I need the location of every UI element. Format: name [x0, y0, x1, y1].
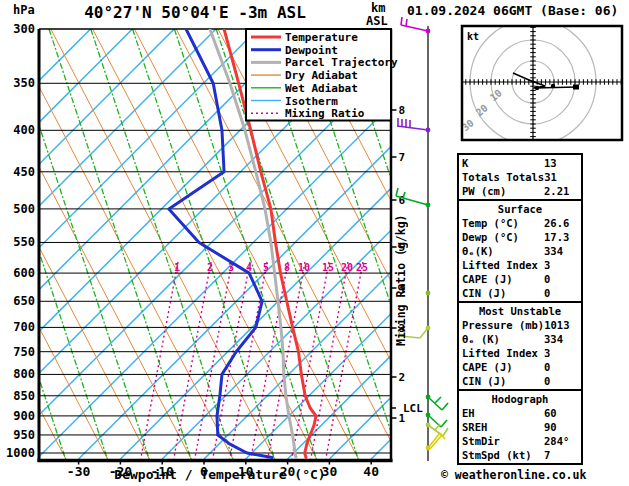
table-row-label: Lifted Index — [462, 346, 544, 360]
hodograph: 102030kt — [460, 19, 622, 145]
legend-label: Temperature — [285, 31, 358, 44]
mixing-ratio-label: 10 — [298, 262, 310, 273]
pressure-tick-label: 300 — [13, 22, 35, 36]
mixing-ratio-label: 2 — [207, 262, 213, 273]
table-row-value: 26.6 — [544, 216, 578, 230]
mixing-ratio-label: 25 — [356, 262, 368, 273]
table-row-label: EH — [462, 406, 544, 420]
table-row: Pressure (mb)1013 — [459, 318, 581, 332]
table-row-label: StmSpd (kt) — [462, 448, 544, 462]
table-row-label: Temp (°C) — [462, 216, 544, 230]
table-row: Totals Totals31 — [459, 170, 581, 184]
hodo-ring-label: 20 — [474, 102, 490, 118]
mixing-ratio-label: 20 — [341, 262, 353, 273]
wet-adiabat-line — [49, 29, 191, 459]
pressure-tick-label: 700 — [13, 320, 35, 334]
dry-adiabat-line — [594, 29, 629, 459]
mixing-ratio-line — [292, 262, 329, 459]
pressure-tick-label: 850 — [13, 389, 35, 403]
hodo-unit-label: kt — [467, 31, 479, 42]
hodo-trace — [513, 73, 577, 88]
indices-box-1: SurfaceTemp (°C)26.6Dewp (°C)17.3θₑ(K)33… — [457, 199, 583, 303]
pressure-tick-label: 400 — [13, 123, 35, 137]
wind-barb-line — [443, 428, 448, 436]
table-row: CIN (J)0 — [459, 286, 581, 300]
table-row-label: CAPE (J) — [462, 360, 544, 374]
copyright-text: © weatheronline.co.uk — [441, 468, 586, 482]
table-row-value: 0 — [544, 272, 578, 286]
pressure-tick-label: 1000 — [6, 446, 35, 460]
indices-box-0: K13Totals Totals31PW (cm)2.21 — [457, 153, 583, 201]
legend-label: Wet Adiabat — [285, 82, 358, 95]
lcl-label: LCL — [403, 402, 423, 415]
table-row: CAPE (J)0 — [459, 272, 581, 286]
wind-barb-line — [435, 424, 440, 430]
mixing-ratio-label: 8 — [284, 262, 290, 273]
table-row-value: 7 — [544, 448, 578, 462]
table-section-header: Surface — [459, 202, 581, 216]
wind-barb-line — [435, 397, 441, 403]
km-tick-label: 7 — [399, 151, 406, 164]
hodo-dot — [551, 84, 555, 88]
indices-tables: K13Totals Totals31PW (cm)2.21SurfaceTemp… — [457, 155, 583, 465]
table-row-label: K — [462, 156, 544, 170]
table-row-value: 3 — [544, 258, 578, 272]
table-row: EH60 — [459, 406, 581, 420]
wind-barb-line — [442, 403, 448, 410]
pressure-tick-label: 900 — [13, 409, 35, 423]
table-row-value: 13 — [544, 156, 578, 170]
table-row: θₑ (K)334 — [459, 332, 581, 346]
hodograph-inner: 102030 — [460, 19, 622, 145]
table-row-value: 0 — [544, 286, 578, 300]
wind-barb-line — [441, 420, 447, 427]
x-axis-label: Dewpoint / Temperature (°C) — [55, 467, 385, 482]
mixing-ratio-label: 1 — [174, 262, 180, 273]
indices-box-2: Most UnstablePressure (mb)1013θₑ (K)334L… — [457, 301, 583, 391]
table-row: StmDir284° — [459, 434, 581, 448]
table-row-value: 31 — [544, 170, 578, 184]
pressure-tick-label: 500 — [13, 202, 35, 216]
wind-barb — [426, 423, 448, 436]
wet-adiabat-line — [91, 29, 233, 459]
table-row-label: Pressure (mb) — [462, 318, 544, 332]
pressure-tick-label: 750 — [13, 345, 35, 359]
table-row-label: CAPE (J) — [462, 272, 544, 286]
pressure-tick-label: 950 — [13, 428, 35, 442]
indices-box-3: HodographEH60SREH90StmDir284°StmSpd (kt)… — [457, 389, 583, 465]
asl-axis-label: ASL — [366, 14, 388, 28]
table-row-value: 60 — [544, 406, 578, 420]
table-row: SREH90 — [459, 420, 581, 434]
pressure-tick-label: 450 — [13, 165, 35, 179]
wind-barb — [397, 118, 430, 132]
legend-label: Isotherm — [285, 95, 338, 108]
legend-label: Dewpoint — [285, 44, 338, 57]
hodo-dot — [535, 86, 539, 90]
table-row-value: 1013 — [544, 318, 578, 332]
wind-barb-line — [406, 19, 407, 26]
wind-barb-line — [420, 328, 428, 338]
datetime-title: 01.09.2024 06GMT (Base: 06) — [407, 3, 618, 18]
table-row-label: CIN (J) — [462, 286, 544, 300]
wind-barb-line — [401, 25, 428, 31]
table-row-value: 90 — [544, 420, 578, 434]
table-row: Temp (°C)26.6 — [459, 216, 581, 230]
table-row: CIN (J)0 — [459, 374, 581, 388]
table-row: PW (cm)2.21 — [459, 184, 581, 198]
wind-barb — [401, 17, 430, 33]
table-row: Lifted Index3 — [459, 258, 581, 272]
table-row-value: 3 — [544, 346, 578, 360]
wet-adiabat-line — [592, 29, 629, 459]
km-tick-label: 8 — [399, 104, 406, 117]
table-row-label: PW (cm) — [462, 184, 544, 198]
table-row: θₑ(K)334 — [459, 244, 581, 258]
table-row: CAPE (J)0 — [459, 360, 581, 374]
legend-label: Dry Adiabat — [285, 69, 358, 82]
table-row-label: θₑ (K) — [462, 332, 544, 346]
skewt-sounding-screen: 3003504004505005506006507007508008509009… — [0, 0, 629, 486]
pressure-tick-label: 350 — [13, 76, 35, 90]
table-row-label: CIN (J) — [462, 374, 544, 388]
table-section-header: Hodograph — [459, 392, 581, 406]
table-row-value: 2.21 — [544, 184, 578, 198]
table-row-value: 0 — [544, 374, 578, 388]
hodo-square-marker — [573, 85, 579, 90]
